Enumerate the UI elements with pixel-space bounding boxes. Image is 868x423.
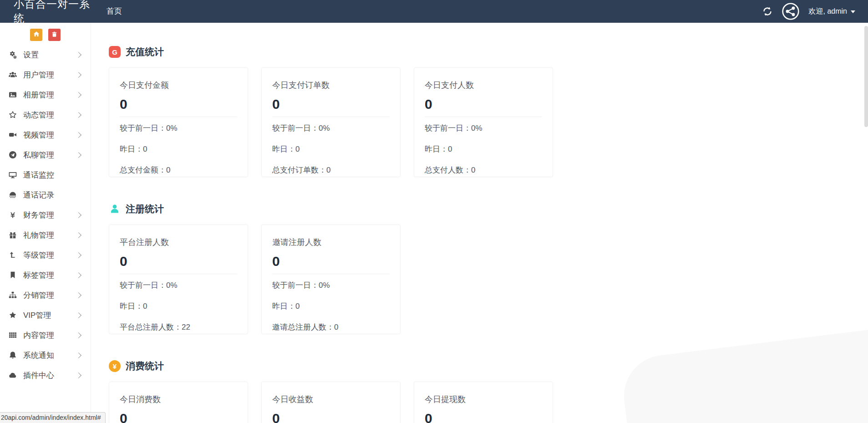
chevron-right-icon (76, 52, 81, 58)
stat-card-today-earnings: 今日收益数 0 较于前一日：0% (261, 382, 401, 423)
chevron-right-icon (76, 132, 81, 138)
sidebar-item-finance-management[interactable]: 财务管理 (0, 205, 91, 225)
app-title: 小百合一对一系统 (0, 0, 96, 25)
card-row: 平台注册人数 0 较于前一日：0% 昨日：0 平台总注册人数：22 邀请注册人数… (109, 224, 868, 334)
stat-row: 较于前一日：0% (425, 118, 542, 138)
stat-label: 平台注册人数 (120, 237, 237, 248)
stat-label: 今日提现数 (425, 394, 542, 405)
telegram-icon (8, 151, 17, 159)
sidebar-item-album-management[interactable]: 相册管理 (0, 85, 91, 105)
user-menu[interactable]: 欢迎, admin (809, 7, 855, 16)
sidebar-item-gift-management[interactable]: 礼物管理 (0, 225, 91, 245)
sidebar-item-moments-management[interactable]: 动态管理 (0, 105, 91, 125)
chevron-right-icon (76, 152, 81, 158)
section-header: ¥ 消费统计 (109, 360, 868, 372)
sidebar-item-call-monitor[interactable]: 通话监控 (0, 165, 91, 185)
sidebar-quick-buttons (0, 23, 91, 45)
bookmark-icon (8, 271, 17, 279)
sidebar-item-tag-management[interactable]: 标签管理 (0, 265, 91, 285)
sidebar-item-label: 插件中心 (23, 370, 76, 381)
welcome-text: 欢迎, admin (809, 7, 847, 16)
call-record-icon (8, 191, 17, 199)
stat-row: 总支付人数：0 (425, 160, 542, 180)
sidebar-item-label: 通话记录 (23, 190, 81, 200)
stat-label: 今日支付金额 (120, 80, 237, 91)
bell-icon (8, 351, 17, 359)
top-bar: 小百合一对一系统 首页 欢迎, admin (0, 0, 868, 23)
section-consume-stats: ¥ 消费统计 今日消费数 0 较于前一日：0% 今日收益数 0 较于前一日：0%… (109, 360, 868, 423)
card-row: 今日支付金额 0 较于前一日：0% 昨日：0 总支付金额：0 今日支付订单数 0… (109, 67, 868, 177)
sidebar-item-label: 视频管理 (23, 130, 76, 140)
stat-row: 总支付金额：0 (120, 160, 237, 180)
trash-icon (51, 31, 58, 39)
stat-card-today-pay-users: 今日支付人数 0 较于前一日：0% 昨日：0 总支付人数：0 (414, 67, 553, 177)
stat-row: 较于前一日：0% (272, 275, 390, 295)
divider (425, 117, 542, 117)
section-header: G 充值统计 (109, 46, 868, 58)
stat-row: 总支付订单数：0 (272, 160, 390, 180)
sidebar-item-content-management[interactable]: 内容管理 (0, 325, 91, 345)
stat-row: 较于前一日：0% (120, 275, 237, 295)
sidebar-item-system-notification[interactable]: 系统通知 (0, 345, 91, 365)
sidebar-item-label: 设置 (23, 50, 76, 60)
stat-row: 邀请总注册人数：0 (272, 317, 390, 337)
vertical-scrollbar[interactable] (864, 26, 868, 127)
sidebar: 设置 用户管理 相册管 (0, 23, 91, 423)
card-row: 今日消费数 0 较于前一日：0% 今日收益数 0 较于前一日：0% 今日提现数 … (109, 382, 868, 423)
stat-row: 昨日：0 (272, 139, 390, 159)
section-recharge-stats: G 充值统计 今日支付金额 0 较于前一日：0% 昨日：0 总支付金额：0 今日… (109, 46, 868, 177)
sidebar-item-private-chat-management[interactable]: 私聊管理 (0, 145, 91, 165)
sidebar-item-label: 标签管理 (23, 270, 76, 280)
chevron-right-icon (76, 72, 81, 78)
section-register-stats: 注册统计 平台注册人数 0 较于前一日：0% 昨日：0 平台总注册人数：22 邀… (109, 203, 868, 334)
sidebar-item-label: 等级管理 (23, 250, 76, 260)
avatar-network-icon[interactable] (782, 2, 800, 20)
refresh-icon[interactable] (762, 6, 772, 16)
stat-value: 0 (120, 411, 237, 423)
sidebar-item-distribution-management[interactable]: 分销管理 (0, 285, 91, 305)
sidebar-menu: 设置 用户管理 相册管 (0, 45, 91, 385)
video-icon (8, 131, 17, 139)
stat-card-today-pay-orders: 今日支付订单数 0 较于前一日：0% 昨日：0 总支付订单数：0 (261, 67, 401, 177)
sidebar-item-label: 动态管理 (23, 110, 76, 120)
stat-row: 昨日：0 (120, 139, 237, 159)
sidebar-item-label: 用户管理 (23, 70, 76, 80)
section-title: 注册统计 (126, 203, 164, 215)
home-icon (33, 31, 40, 39)
sidebar-item-plugin-center[interactable]: 插件中心 (0, 365, 91, 385)
chevron-right-icon (76, 272, 81, 278)
sidebar-item-vip-management[interactable]: VIP管理 (0, 305, 91, 325)
stat-row: 平台总注册人数：22 (120, 317, 237, 337)
sidebar-item-call-records[interactable]: 通话记录 (0, 185, 91, 205)
stat-row: 昨日：0 (425, 139, 542, 159)
section-title: 消费统计 (126, 360, 164, 372)
sidebar-item-label: 通话监控 (23, 170, 81, 180)
section-title: 充值统计 (126, 46, 164, 58)
stat-value: 0 (120, 97, 237, 112)
stat-card-today-pay-amount: 今日支付金额 0 较于前一日：0% 昨日：0 总支付金额：0 (109, 67, 248, 177)
divider (272, 117, 390, 117)
trash-button[interactable] (48, 29, 61, 41)
home-button[interactable] (30, 29, 42, 41)
chevron-right-icon (76, 232, 81, 238)
recharge-coin-icon: G (109, 46, 121, 58)
stat-row: 昨日：0 (272, 296, 390, 316)
sidebar-item-label: 私聊管理 (23, 150, 76, 160)
chevron-right-icon (76, 292, 81, 298)
stat-value: 0 (272, 411, 390, 423)
section-header: 注册统计 (109, 203, 868, 215)
star-outline-icon (8, 111, 17, 119)
divider (272, 274, 390, 274)
nav-item-home[interactable]: 首页 (96, 0, 132, 23)
stat-value: 0 (272, 254, 390, 269)
main-content: G 充值统计 今日支付金额 0 较于前一日：0% 昨日：0 总支付金额：0 今日… (91, 23, 868, 423)
sidebar-item-level-management[interactable]: 等级管理 (0, 245, 91, 265)
sidebar-item-settings[interactable]: 设置 (0, 45, 91, 65)
users-icon (8, 71, 17, 79)
sidebar-item-label: VIP管理 (23, 310, 76, 321)
divider (120, 117, 237, 117)
sidebar-item-video-management[interactable]: 视频管理 (0, 125, 91, 145)
sidebar-item-user-management[interactable]: 用户管理 (0, 65, 91, 85)
desktop-icon (8, 171, 17, 179)
stat-label: 今日支付人数 (425, 80, 542, 91)
